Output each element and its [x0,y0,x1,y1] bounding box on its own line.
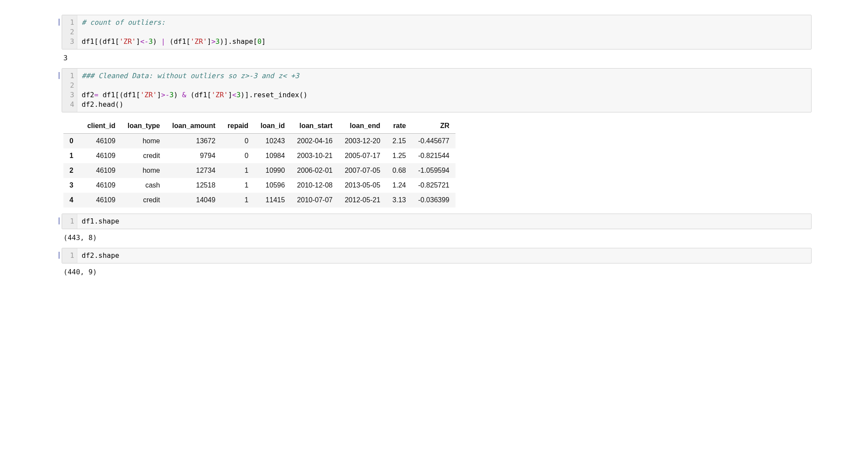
code-token: > [211,37,216,46]
line-number: 4 [65,100,74,109]
table-cell: 46109 [81,148,122,163]
table-head: client_idloan_typeloan_amountrepaidloan_… [63,118,455,134]
table-cell: 2010-12-08 [291,178,339,193]
column-header: rate [386,118,412,134]
code-area: |1234### Cleaned Data: without outliers … [56,68,812,112]
column-header: client_id [81,118,122,134]
code-source[interactable]: # count of outliers: df1[(df1['ZR']<-3) … [77,15,811,49]
line-number: 2 [65,27,74,37]
code-box[interactable]: 1234### Cleaned Data: without outliers s… [62,68,812,112]
table-cell: 46109 [81,163,122,178]
line-number: 1 [65,251,74,260]
table-cell: 46109 [81,134,122,149]
code-cell: |1df1.shape(443, 8) [56,214,812,242]
table-row: 246109home127341109902006-02-012007-07-0… [63,163,455,178]
row-index: 1 [63,148,81,163]
code-source[interactable]: df2.shape [77,248,811,263]
code-token: df2.shape [82,251,119,260]
cell-output-text: (440, 9) [63,268,812,276]
dataframe-output: client_idloan_typeloan_amountrepaidloan_… [63,118,812,207]
code-token: df1.shape [82,217,119,225]
table-cell: credit [122,148,166,163]
notebook: |123# count of outliers: df1[(df1['ZR']<… [0,0,868,298]
table-cell: -0.825721 [412,178,455,193]
code-source[interactable]: ### Cleaned Data: without outliers so z>… [77,69,811,112]
table-cell: 2.15 [386,134,412,149]
column-header: ZR [412,118,455,134]
table-cell: 46109 [81,193,122,207]
cell-output-text: 3 [63,54,812,62]
table-cell: 9794 [166,148,222,163]
code-token: >- [161,91,169,99]
code-token: = [94,91,99,99]
code-token: )].shape[ [220,37,257,46]
code-token: ] [136,37,140,46]
code-box[interactable]: 1df1.shape [62,214,812,229]
table-cell: 2005-07-17 [339,148,386,163]
table-cell: 1 [221,193,254,207]
code-token: (df1[ [186,91,211,99]
code-token: & [182,91,186,99]
line-number-gutter: 123 [62,15,77,49]
line-number: 1 [65,71,74,81]
table-cell: 11415 [254,193,291,207]
code-source[interactable]: df1.shape [77,214,811,229]
line-number: 1 [65,217,74,226]
cell-prompt: | [56,214,62,229]
row-index: 2 [63,163,81,178]
row-index: 4 [63,193,81,207]
table-cell: 12518 [166,178,222,193]
line-number: 1 [65,18,74,27]
table-cell: 0 [221,148,254,163]
code-token: 0 [257,37,262,46]
code-token: <- [140,37,149,46]
table-cell: 13672 [166,134,222,149]
cell-prompt: | [56,248,62,263]
table-cell: 2006-02-01 [291,163,339,178]
table-cell: -1.059594 [412,163,455,178]
row-index: 0 [63,134,81,149]
code-token: ) [174,91,182,99]
table-cell: home [122,163,166,178]
code-cell: |1234### Cleaned Data: without outliers … [56,68,812,207]
table-cell: 3.13 [386,193,412,207]
code-token: ] [207,37,211,46]
table-cell: -0.445677 [412,134,455,149]
table-cell: 1.25 [386,148,412,163]
code-token: 3 [149,37,153,46]
table-cell: 12734 [166,163,222,178]
code-token: df2 [82,91,94,99]
code-token: )].reset_index() [241,91,307,99]
line-number: 3 [65,37,74,46]
code-token: df2.head() [82,100,123,109]
column-header: loan_amount [166,118,222,134]
code-cell: |1df2.shape(440, 9) [56,248,812,276]
code-token: ] [157,91,161,99]
cell-output-text: (443, 8) [63,234,812,242]
table-cell: -0.036399 [412,193,455,207]
table-row: 346109cash125181105962010-12-082013-05-0… [63,178,455,193]
table-row: 446109credit140491114152010-07-072012-05… [63,193,455,207]
code-box[interactable]: 123# count of outliers: df1[(df1['ZR']<-… [62,15,812,49]
row-index: 3 [63,178,81,193]
cell-prompt: | [56,68,62,112]
table-cell: cash [122,178,166,193]
table-cell: 46109 [81,178,122,193]
code-token: 'ZR' [119,37,136,46]
table-cell: 0 [221,134,254,149]
table-cell: 2003-10-21 [291,148,339,163]
line-number: 2 [65,81,74,90]
code-token: 'ZR' [190,37,207,46]
table-cell: 2013-05-05 [339,178,386,193]
table-corner [63,118,81,134]
table-row: 146109credit97940109842003-10-212005-07-… [63,148,455,163]
table-cell: 1 [221,163,254,178]
line-number-gutter: 1234 [62,69,77,112]
table-cell: credit [122,193,166,207]
table-body: 046109home136720102432002-04-162003-12-2… [63,134,455,208]
line-number: 3 [65,90,74,100]
code-area: |123# count of outliers: df1[(df1['ZR']<… [56,15,812,49]
table-cell: 2007-07-05 [339,163,386,178]
code-box[interactable]: 1df2.shape [62,248,812,263]
code-token: (df1[ [165,37,191,46]
